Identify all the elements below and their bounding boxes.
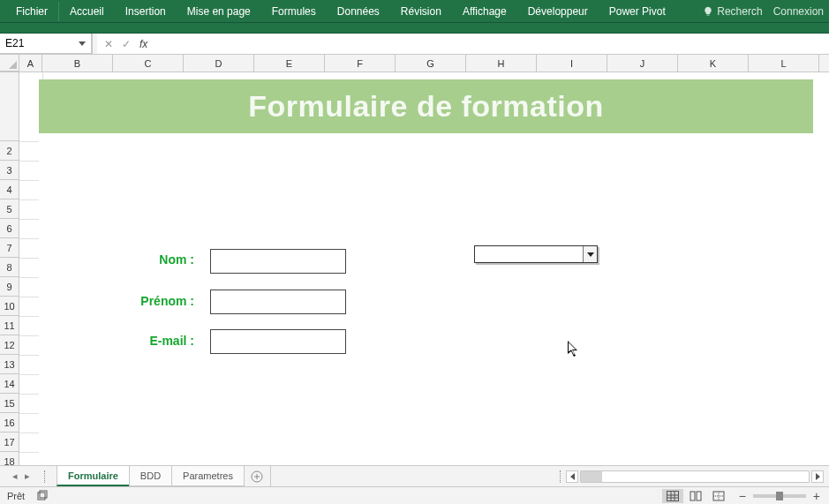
row-header-16[interactable]: 16 — [0, 413, 19, 433]
row-header-4[interactable]: 4 — [0, 180, 19, 199]
hscroll-left-button[interactable] — [566, 470, 578, 483]
hscroll-track[interactable] — [580, 470, 810, 483]
col-header-D[interactable]: D — [184, 55, 254, 71]
row-header-13[interactable]: 13 — [0, 355, 19, 374]
row-header-7[interactable]: 7 — [0, 238, 19, 258]
col-header-B[interactable]: B — [42, 55, 113, 71]
name-box-value: E21 — [5, 37, 24, 49]
row-header-2[interactable]: 2 — [0, 141, 19, 161]
view-page-layout-button[interactable] — [685, 489, 706, 503]
col-header-A[interactable]: A — [19, 55, 42, 71]
col-header-I[interactable]: I — [537, 55, 607, 71]
row-header-1[interactable] — [0, 72, 19, 141]
svg-rect-4 — [667, 492, 678, 500]
view-page-break-button[interactable] — [708, 489, 729, 503]
row-header-5[interactable]: 5 — [0, 199, 19, 219]
col-header-H[interactable]: H — [466, 55, 537, 71]
tab-nav-next-icon[interactable]: ▸ — [25, 470, 30, 482]
col-header-E[interactable]: E — [254, 55, 325, 71]
formula-input[interactable] — [154, 34, 829, 54]
formula-bar: E21 ✕ ✓ fx — [0, 34, 829, 55]
add-sheet-button[interactable] — [245, 466, 271, 486]
row-header-11[interactable]: 11 — [0, 316, 19, 335]
hscroll-right-button[interactable] — [811, 470, 824, 483]
combo-categorie[interactable] — [474, 245, 598, 263]
ribbon-toolbar-area — [0, 23, 829, 34]
account-link[interactable]: Connexion — [773, 5, 824, 18]
zoom-slider[interactable] — [753, 494, 806, 498]
row-header-17[interactable]: 17 — [0, 433, 19, 452]
status-bar: Prêt − + — [0, 486, 829, 504]
row-header-8[interactable]: 8 — [0, 258, 19, 277]
col-header-C[interactable]: C — [113, 55, 184, 71]
row-header-14[interactable]: 14 — [0, 374, 19, 394]
chevron-down-icon[interactable] — [583, 246, 597, 262]
col-header-L[interactable]: L — [749, 55, 819, 71]
select-all-corner[interactable] — [0, 55, 19, 71]
ribbon-tab-insert[interactable]: Insertion — [115, 2, 177, 21]
ribbon-tab-view[interactable]: Affichage — [452, 2, 517, 21]
sheet-tab-formulaire[interactable]: Formulaire — [57, 466, 130, 486]
sheet-tabs: ◂ ▸ Formulaire BDD Parametres — [0, 465, 829, 486]
banner: Formulaire de formation — [39, 79, 813, 133]
cells-area[interactable]: Formulaire de formation Nom : Prénom : E… — [19, 72, 829, 465]
col-header-K[interactable]: K — [678, 55, 749, 71]
macro-record-icon[interactable] — [37, 490, 49, 502]
ribbon: Fichier Accueil Insertion Mise en page F… — [0, 0, 829, 23]
row-header-10[interactable]: 10 — [0, 297, 19, 316]
fx-icon[interactable]: fx — [139, 38, 147, 50]
column-headers: A B C D E F G H I J K L — [0, 55, 829, 72]
input-email[interactable] — [210, 329, 346, 354]
tab-nav-separator — [44, 470, 45, 483]
svg-rect-6 — [697, 492, 701, 500]
svg-rect-1 — [38, 493, 45, 500]
search-label[interactable]: Recherch — [717, 5, 762, 18]
svg-rect-5 — [690, 492, 695, 500]
ribbon-tab-formulas[interactable]: Formules — [261, 2, 327, 21]
view-normal-button[interactable] — [662, 489, 683, 503]
hscroll-thumb[interactable] — [581, 471, 602, 482]
row-header-12[interactable]: 12 — [0, 335, 19, 355]
row-header-9[interactable]: 9 — [0, 277, 19, 297]
ribbon-tab-power-pivot[interactable]: Power Pivot — [599, 2, 676, 21]
ribbon-tab-review[interactable]: Révision — [390, 2, 452, 21]
ribbon-tab-home[interactable]: Accueil — [59, 2, 115, 21]
input-nom[interactable] — [210, 249, 346, 274]
ribbon-tab-page-layout[interactable]: Mise en page — [177, 2, 261, 21]
col-header-J[interactable]: J — [607, 55, 678, 71]
cancel-formula-icon[interactable]: ✕ — [104, 38, 113, 50]
status-ready: Prêt — [7, 491, 25, 501]
row-header-3[interactable]: 3 — [0, 161, 19, 180]
row-header-18[interactable]: 18 — [0, 452, 19, 465]
zoom-out-button[interactable]: − — [737, 489, 748, 503]
tab-nav-prev-icon[interactable]: ◂ — [12, 470, 18, 482]
label-prenom: Prénom : — [88, 294, 194, 308]
sheet-tab-bdd[interactable]: BDD — [129, 466, 172, 486]
row-header-6[interactable]: 6 — [0, 219, 19, 238]
col-header-F[interactable]: F — [325, 55, 396, 71]
name-box[interactable]: E21 — [0, 34, 92, 54]
ribbon-tab-data[interactable]: Données — [327, 2, 390, 21]
svg-rect-2 — [40, 491, 47, 498]
banner-title: Formulaire de formation — [248, 89, 604, 124]
row-header-15[interactable]: 15 — [0, 394, 19, 413]
row-headers: 2 3 4 5 6 7 8 9 10 11 12 13 14 15 16 17 … — [0, 72, 19, 465]
ribbon-tab-file[interactable]: Fichier — [5, 2, 59, 21]
lightbulb-icon — [703, 5, 713, 18]
sheet-tab-parametres[interactable]: Parametres — [171, 466, 245, 486]
input-prenom[interactable] — [210, 290, 346, 314]
col-header-G[interactable]: G — [396, 55, 466, 71]
combo-value — [475, 250, 479, 260]
grid: A B C D E F G H I J K L 2 3 4 5 6 7 8 9 … — [0, 55, 829, 465]
ribbon-tab-developer[interactable]: Développeur — [517, 2, 599, 21]
hscroll-grip[interactable] — [560, 470, 561, 483]
label-nom: Nom : — [88, 252, 194, 267]
label-email: E-mail : — [88, 334, 194, 348]
confirm-formula-icon[interactable]: ✓ — [122, 38, 131, 50]
zoom-in-button[interactable]: + — [811, 489, 822, 503]
